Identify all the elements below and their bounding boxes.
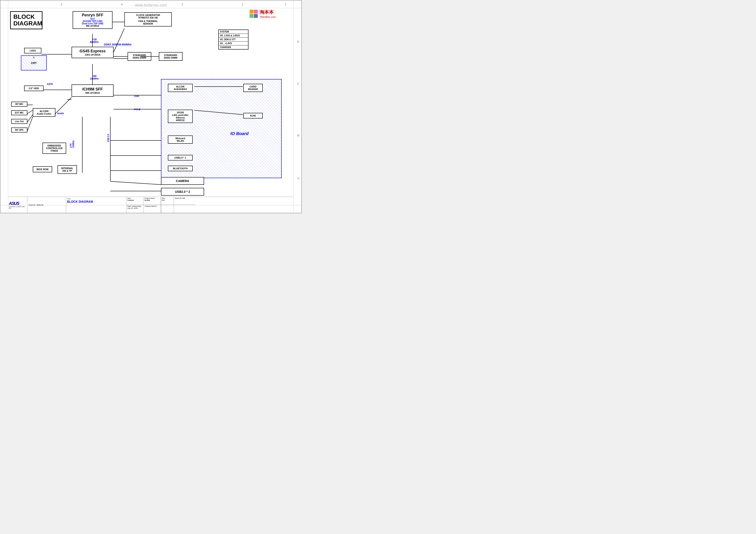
block-diagram-box: BLOCK DIAGRAM (10, 11, 42, 29)
crt-label: CRT (31, 62, 37, 64)
gs45-title: GS45 Express (75, 49, 110, 53)
logo-tbenben: 淘本本 TBenBen.com (250, 9, 293, 18)
sata-label: SATA (47, 83, 53, 85)
logo-sq-blue (254, 14, 258, 18)
lan-line1: 10/100 (170, 111, 191, 114)
camera-label: CAMERA (176, 179, 189, 183)
internal-kb-box: INTERNAL KB & TP (58, 165, 77, 174)
col-marker-1: 1 (285, 3, 286, 6)
col-marker-3: 3 (181, 3, 183, 6)
fsb-label: FSB 800MHz (90, 38, 99, 43)
sheet-cell: Sheet 2 of 97 (174, 197, 196, 205)
usb2-2-box: USB2.0 * 2 (161, 188, 204, 195)
bluetooth-box: BLUETOOTH (168, 165, 193, 171)
alcor-line1: ALCOR (170, 85, 191, 88)
penryn-sub1: ULV (76, 17, 109, 20)
io-board-area: IO Board ALCOR AU6433D53 CARD READER 10/… (161, 79, 282, 178)
lvds-box: LVDS (24, 48, 41, 53)
lan-line2: LAN controller (170, 114, 191, 116)
usb2-2-label: USB2.0 * 2 (175, 190, 190, 193)
title-value: BLOCK DIAGRAM (67, 200, 125, 203)
dmi-text: DMI (90, 75, 99, 77)
embedded-ctrl-line1: EMBEDDED (44, 144, 64, 147)
size-label: Size Custom (126, 197, 144, 205)
ddr2-dimm2-box: STANDARD DDR2 DIMM (159, 52, 182, 61)
camera-box: CAMERA (161, 177, 204, 185)
internal-kb-line1: INTERNAL (60, 167, 75, 169)
internal-kb-line2: KB & TP (60, 169, 75, 172)
lvds-label: LVDS (30, 49, 36, 52)
rev-label-cell: Rev 2.0 (161, 197, 174, 205)
penryn-sub4: 956 uFCBGA (76, 25, 109, 27)
int-spk-label: INT SPK (15, 129, 23, 131)
lpc-label: LPC 33MHz (69, 140, 74, 148)
col-marker-4: 4 (121, 3, 122, 6)
penryn-sub3: (Dual Core TDP 10W) (76, 22, 109, 25)
clock-gen-line1: CLOCK GENERATOR (127, 14, 169, 16)
engineer-label-text: Engineer: Jerry Yu (29, 204, 65, 206)
row-marker-c: C (297, 82, 299, 85)
clock-gen-line4: SENSOR (127, 22, 169, 25)
bottom-title-area: Title : BLOCK DIAGRAM (66, 197, 126, 213)
usb2-1-box: USB2.0 * 1 (168, 155, 193, 161)
power-table: SYSTEM I/O_1.5VS & 1.05VS I/O_DDR & VTT … (218, 30, 249, 50)
watermark: www.bufanxiu.com (135, 3, 167, 8)
embedded-ctrl-line3: IT8502 (44, 149, 64, 152)
size-project-area: Size Custom Project Name UL20A Date: Wed… (126, 197, 161, 213)
logo-squares (250, 10, 258, 18)
ext-mic-label: EXT MIC (15, 112, 24, 114)
clock-gen-line3: FAN & THERMAL (127, 20, 169, 22)
logo-area: 淘本本 TBenBen.com (250, 9, 293, 18)
logo-sub-text: TBenBen.com (259, 15, 276, 18)
io-board-label: IO Board (230, 131, 249, 136)
svg-line-8 (55, 97, 71, 114)
asus-logo-text: ASUS (9, 201, 26, 206)
minicard-label: Minicard (170, 137, 191, 140)
alcor-box: ALCOR AU6433D53 (168, 84, 193, 92)
svg-line-20 (110, 181, 161, 185)
project-label: Project Name UL20A (144, 197, 161, 205)
col-marker-5: 5 (61, 3, 62, 6)
date-cell: Date: Wednesday, July 29, 2009 (126, 205, 144, 213)
alcor-line2: AU6433D53 (170, 88, 191, 90)
ddr2-label: DDR2 SDRAM 800MHz (104, 43, 131, 46)
engineer-area: Engineer: Jerry Yu (27, 197, 66, 213)
bluetooth-label: BLUETOOTH (173, 167, 187, 170)
int-spk-box: INT SPK (11, 128, 27, 133)
logo-sq-orange (250, 10, 254, 13)
bios-rom-label: BIOS ROM (37, 168, 48, 171)
usb2-1-label: USB2.0 * 1 (174, 156, 186, 159)
logo-sq-pink (254, 10, 258, 13)
dmi-freq: 100MHz (90, 77, 99, 80)
bottom-bar: ASUS ASUSTeK COMPUTER INC Engineer: Jerr… (8, 197, 294, 213)
card-reader-box: CARD READER (243, 84, 263, 92)
title-label-text: Title : (67, 198, 125, 200)
card-reader-line1: CARD (245, 85, 260, 88)
crt-box: CRT (21, 55, 47, 70)
row-marker-d: D (297, 40, 299, 43)
usb-label: USB (134, 95, 139, 97)
grid-left (8, 0, 8, 213)
asus-company: ASUSTeK COMPUTER INC (9, 206, 26, 209)
variant-cell: <Variant Name> (144, 205, 161, 213)
bios-rom-box: BIOS ROM (33, 166, 52, 172)
empty-rev-cell (161, 205, 174, 213)
ext-mic-box: EXT MIC (11, 110, 27, 115)
lan-line3: Atheros (170, 116, 191, 119)
hdd-label: 2.5" HDD (29, 87, 39, 89)
svg-line-13 (27, 117, 33, 131)
row-marker-b: B (297, 134, 299, 137)
logo-text: 淘本本 TBenBen.com (259, 9, 276, 18)
penryn-box: Penryn SFF ULV (SU3300 TDP 5.5W) (Dual C… (73, 11, 113, 29)
ddr2-dimm2-line2: DDR2 DIMM (161, 57, 180, 59)
lan-line4: AR8132 (170, 119, 191, 121)
int-mic-label: INT MIC (15, 103, 23, 105)
engineer-name: Jerry Yu (37, 204, 43, 206)
block-diagram-title: BLOCK DIAGRAM (14, 13, 42, 27)
asus-logo-area: ASUS ASUSTeK COMPUTER INC (8, 197, 27, 213)
power-system: SYSTEM (219, 30, 248, 34)
ich9m-sub: 569 uFCBGA (75, 91, 110, 94)
alc269-box: ALC269 Audio Codec (33, 108, 55, 117)
svg-line-27 (114, 28, 124, 52)
power-charger: CHARGER (219, 45, 248, 49)
